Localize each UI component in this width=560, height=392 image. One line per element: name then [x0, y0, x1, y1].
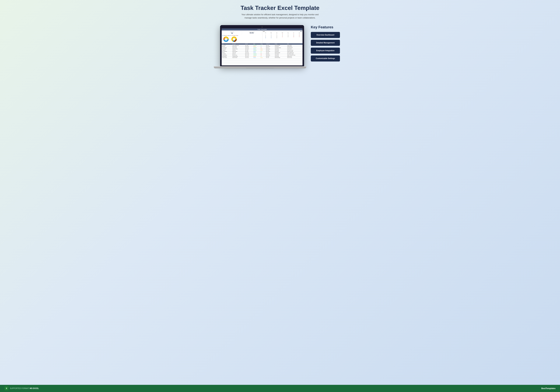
feature-btn-employee[interactable]: Employee Integration: [311, 48, 340, 54]
empty-cell: [222, 60, 232, 61]
cell-priority: Low: [260, 56, 266, 57]
laptop-mockup: TASK TRACKER Number of task 11: [220, 25, 304, 68]
empty-cell: [265, 59, 274, 60]
num-tasks-value: 11: [222, 32, 241, 34]
cell-position: Content Writer: [274, 48, 287, 50]
cell-position: Marketing Manager: [274, 45, 287, 46]
empty-row: [222, 62, 302, 63]
col-status: Status: [253, 43, 260, 45]
spreadsheet-header: TASK TRACKER: [222, 29, 302, 30]
empty-cell: [274, 59, 287, 60]
cal-day: 23: [274, 36, 280, 37]
cell-due-date: Apr 29, 2024: [245, 52, 253, 53]
cal-day: 5: [291, 33, 297, 34]
empty-cell: [287, 62, 302, 63]
cell-priority: Low: [260, 46, 266, 47]
empty-cell: [232, 60, 245, 61]
cell-status: Ongoing: [253, 57, 260, 58]
table-row: Content Calendar Populate calendar Apr 2…: [222, 57, 302, 58]
cal-day: 17: [280, 35, 285, 36]
cal-day: [285, 37, 291, 38]
feature-btn-customizable[interactable]: Customizable Settings: [311, 55, 340, 61]
cal-day: 13: [297, 34, 302, 35]
cell-task: Content Calendar: [222, 57, 232, 58]
svg-text:45.5%: 45.5%: [233, 39, 235, 40]
cell-due-date: May 17, 2024: [245, 54, 253, 56]
cell-notes: Speaker confirmation needed: [287, 54, 302, 56]
cell-description: Create instagram posts: [232, 45, 245, 46]
empty-cell: [245, 59, 253, 60]
empty-cell: [260, 63, 266, 63]
empty-cell: [245, 61, 253, 62]
laptop-screen: TASK TRACKER Number of task 11: [222, 29, 302, 65]
cal-day: 12: [291, 34, 297, 35]
features-panel: Key Features Overview Dashboard Detailed…: [311, 25, 340, 63]
empty-cell: [253, 60, 260, 61]
cal-day: 22: [269, 36, 274, 37]
cell-status: Completed: [253, 53, 260, 54]
empty-cell: [222, 63, 232, 63]
empty-cell: [265, 64, 274, 65]
cell-description: Keyword research: [232, 51, 245, 52]
cell-position: SEO Specialist: [274, 56, 287, 57]
cell-position: Content Writer: [274, 54, 287, 56]
empty-cell: [287, 63, 302, 63]
cell-task: Blog Posts: [222, 46, 232, 47]
empty-cell: [287, 60, 302, 61]
footer-format-text: SUPPORTED FORMAT: MS EXCEL: [10, 387, 39, 389]
cell-description: Collect data: [232, 50, 245, 51]
empty-cell: [265, 58, 274, 59]
empty-cell: [274, 60, 287, 61]
feature-btn-detailed[interactable]: Detailed Management: [311, 40, 340, 46]
cell-status: Completed: [253, 50, 260, 51]
empty-cell: [260, 60, 266, 61]
cell-priority: Low: [260, 45, 266, 46]
empty-cell: [260, 58, 266, 59]
cell-priority: High: [260, 53, 266, 54]
cal-day: 4: [285, 33, 291, 34]
empty-cell: [287, 61, 302, 62]
cal-header-wed: Wed: [280, 32, 285, 33]
empty-cell: [232, 63, 245, 63]
cal-header-fri: Fri: [291, 32, 297, 33]
empty-cell: [222, 58, 232, 59]
cell-notes: Finalize captions: [287, 45, 302, 46]
table-row: Podcast Episodes Brainstorm topics May 1…: [222, 54, 302, 56]
cell-description: Design template: [232, 47, 245, 48]
cal-day: 14: [263, 35, 268, 36]
svg-text:36.4%: 36.4%: [225, 40, 227, 40]
task-table: Task Description Due Date Status Priorit…: [222, 43, 302, 65]
cell-assigned-to: John Smith: [265, 57, 274, 58]
cal-header-tue: Tue: [274, 32, 280, 33]
cal-day: 3: [280, 33, 285, 34]
cell-task: Webinars: [222, 52, 232, 53]
cal-day: 9: [274, 34, 280, 35]
page-title: Task Tracker Excel Template: [240, 4, 319, 11]
empty-cell: [232, 59, 245, 60]
cell-status: Ongoing: [253, 48, 260, 50]
cal-day: 2: [274, 33, 280, 34]
empty-cell: [253, 61, 260, 62]
empty-cell: [260, 63, 266, 64]
cell-task: Social Media: [222, 45, 232, 46]
cal-day: [297, 37, 302, 38]
table-row: Case Studies Select case May 18, 2024 Co…: [222, 53, 302, 54]
footer-brand: BestTemplates: [541, 387, 556, 390]
cal-day: 29: [269, 37, 274, 38]
laptop-base: [214, 66, 306, 68]
cal-day: 27: [297, 36, 302, 37]
empty-cell: [265, 63, 274, 63]
cell-due-date: Apr 24, 2024: [245, 48, 253, 50]
empty-cell: [260, 64, 266, 65]
cal-day: 20: [297, 35, 302, 36]
spreadsheet: TASK TRACKER Number of task 11: [222, 29, 302, 65]
cell-due-date: Apr 3, 2024: [245, 45, 253, 46]
col-priority: Priority: [260, 43, 266, 45]
cell-notes: Review with team: [287, 57, 302, 58]
cell-status: Pending: [253, 56, 260, 57]
empty-cell: [260, 59, 266, 60]
empty-cell: [253, 64, 260, 65]
feature-btn-overview[interactable]: Overview Dashboard: [311, 32, 340, 38]
cell-task: Email Newsletter: [222, 47, 232, 48]
cell-priority: Low: [260, 51, 266, 52]
